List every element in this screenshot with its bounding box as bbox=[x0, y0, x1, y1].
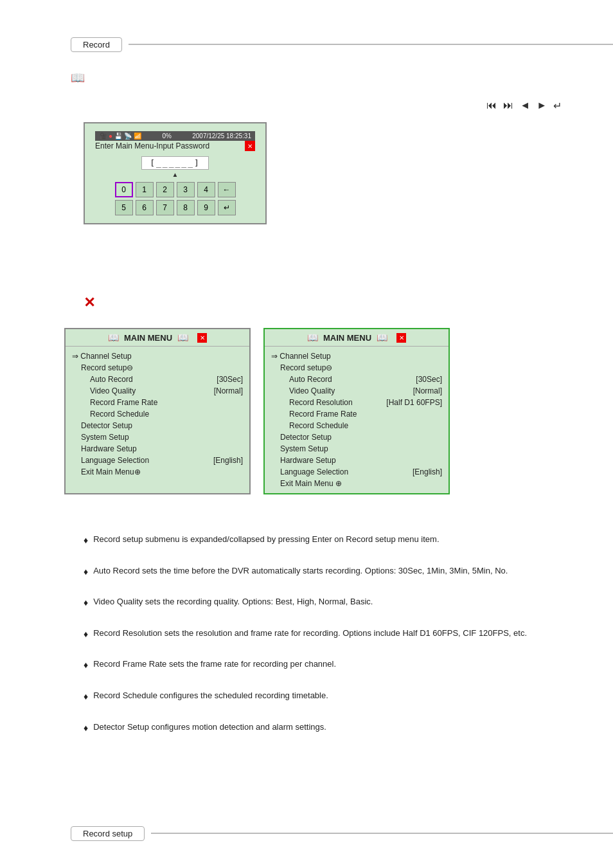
numpad-row-2: 5 6 7 8 9 ↵ bbox=[115, 200, 236, 215]
menu-right-item-language[interactable]: Language Selection [English] bbox=[271, 466, 442, 478]
key-1[interactable]: 1 bbox=[136, 182, 154, 197]
menu-left-item-record-frame-rate[interactable]: Record Frame Rate bbox=[72, 397, 243, 408]
menu-right-item-video-quality[interactable]: Video Quality [Normal] bbox=[271, 385, 442, 397]
bullet-text-2: Auto Record sets the time before the DVR… bbox=[93, 565, 508, 577]
password-input-display: [______] bbox=[141, 156, 209, 170]
password-arrow: ▲ bbox=[95, 171, 255, 178]
top-bar: Record bbox=[0, 35, 613, 53]
menus-section: 📖 MAIN MENU 📖 ✕ ⇒ Channel Setup Record s… bbox=[64, 328, 450, 494]
menu-right-item-auto-record[interactable]: Auto Record [30Sec] bbox=[271, 374, 442, 385]
password-header: Enter Main Menu-Input Password ✕ bbox=[95, 141, 255, 151]
menu-left-book-icon-right: 📖 bbox=[177, 332, 188, 343]
key-9[interactable]: 9 bbox=[197, 200, 215, 215]
password-dialog-wrapper: 🎥 ● 💾 📡 📶 0% 2007/12/25 18:25:31 Enter M… bbox=[84, 122, 267, 224]
menu-left-close-button[interactable]: ✕ bbox=[197, 333, 207, 343]
menu-left-item-auto-record[interactable]: Auto Record [30Sec] bbox=[72, 374, 243, 385]
record-icon: ● bbox=[109, 132, 112, 140]
bullet-text-6: Record Schedule configures the scheduled… bbox=[93, 690, 328, 701]
password-input-row: [______] bbox=[95, 156, 255, 170]
bottom-bar-line bbox=[151, 833, 613, 834]
datetime: 2007/12/25 18:25:31 bbox=[192, 132, 251, 140]
menu-right-content: ⇒ Channel Setup Record setup⊖ Auto Recor… bbox=[265, 347, 449, 493]
bullet-dot-3: ♦ bbox=[84, 597, 88, 610]
menu-left-title-bar: 📖 MAIN MENU 📖 ✕ bbox=[66, 329, 249, 347]
menu-left: 📖 MAIN MENU 📖 ✕ ⇒ Channel Setup Record s… bbox=[64, 328, 251, 494]
menu-right-book-icon-right: 📖 bbox=[377, 332, 387, 343]
menu-left-item-language[interactable]: Language Selection [English] bbox=[72, 455, 243, 466]
menu-left-item-exit[interactable]: Exit Main Menu⊕ bbox=[72, 466, 243, 478]
menu-left-channel-label: ⇒ Channel Setup bbox=[72, 352, 132, 361]
bullet-7: ♦ Detector Setup configures motion detec… bbox=[84, 721, 562, 735]
bullet-dot-4: ♦ bbox=[84, 628, 88, 641]
key-4[interactable]: 4 bbox=[197, 182, 215, 197]
top-bar-line bbox=[129, 44, 613, 45]
bullet-2: ♦ Auto Record sets the time before the D… bbox=[84, 565, 562, 579]
key-5[interactable]: 5 bbox=[115, 200, 133, 215]
key-0[interactable]: 0 bbox=[115, 182, 133, 197]
menu-left-item-record-schedule[interactable]: Record Schedule bbox=[72, 408, 243, 420]
menu-left-item-video-quality[interactable]: Video Quality [Normal] bbox=[72, 385, 243, 397]
key-backspace[interactable]: ← bbox=[218, 182, 236, 197]
key-3[interactable]: 3 bbox=[177, 182, 195, 197]
menu-right-book-icon-left: 📖 bbox=[307, 332, 318, 343]
password-numpad: 0 1 2 3 4 ← 5 6 7 8 9 ↵ bbox=[95, 182, 255, 215]
prev-icon[interactable]: ◄ bbox=[520, 100, 530, 112]
disk-percent: 0% bbox=[162, 132, 171, 140]
menu-left-item-detector[interactable]: Detector Setup bbox=[72, 420, 243, 431]
top-bar-label: Record bbox=[71, 37, 122, 52]
bottom-bar: Record setup bbox=[0, 824, 613, 842]
numpad-row-1: 0 1 2 3 4 ← bbox=[115, 182, 236, 197]
bullet-text-7: Detector Setup configures motion detecti… bbox=[93, 721, 326, 733]
signal-icon: 📡 bbox=[124, 132, 132, 140]
dvr-status-bar: 🎥 ● 💾 📡 📶 0% 2007/12/25 18:25:31 bbox=[95, 131, 255, 141]
menu-right-close-button[interactable]: ✕ bbox=[396, 333, 406, 343]
menu-right-item-record-setup[interactable]: Record setup⊖ bbox=[271, 362, 442, 374]
storage-icon: 💾 bbox=[114, 132, 122, 140]
bullet-1: ♦ Record setup submenu is expanded/colla… bbox=[84, 534, 562, 547]
prev-prev-icon[interactable]: ⏮ bbox=[486, 100, 497, 112]
book-icon: 📖 bbox=[71, 71, 85, 85]
bullet-dot-2: ♦ bbox=[84, 566, 88, 579]
bullet-4: ♦ Record Resolution sets the resolution … bbox=[84, 628, 562, 641]
password-close-button[interactable]: ✕ bbox=[245, 141, 255, 151]
bullet-text-1: Record setup submenu is expanded/collaps… bbox=[93, 534, 439, 545]
menu-right-item-hardware[interactable]: Hardware Setup bbox=[271, 455, 442, 466]
key-2[interactable]: 2 bbox=[156, 182, 174, 197]
bottom-bar-label: Record setup bbox=[71, 826, 145, 841]
bullet-dot-7: ♦ bbox=[84, 722, 88, 735]
next-next-icon[interactable]: ⏭ bbox=[503, 100, 513, 112]
dvr-status-icons: 🎥 ● 💾 📡 📶 bbox=[99, 132, 141, 140]
next-icon[interactable]: ► bbox=[537, 100, 547, 112]
menu-left-book-icon-left: 📖 bbox=[108, 332, 119, 343]
bullet-dot-1: ♦ bbox=[84, 534, 88, 547]
menu-right-item-exit[interactable]: Exit Main Menu ⊕ bbox=[271, 478, 442, 489]
menu-left-item-hardware[interactable]: Hardware Setup bbox=[72, 443, 243, 455]
bullet-5: ♦ Record Frame Rate sets the frame rate … bbox=[84, 658, 562, 672]
menu-right-item-record-frame-rate[interactable]: Record Frame Rate bbox=[271, 408, 442, 420]
menu-left-item-channel[interactable]: ⇒ Channel Setup bbox=[72, 350, 243, 362]
menu-left-title: MAIN MENU bbox=[124, 333, 172, 343]
enter-icon[interactable]: ↵ bbox=[553, 100, 562, 112]
menu-right-item-record-schedule[interactable]: Record Schedule bbox=[271, 420, 442, 431]
key-7[interactable]: 7 bbox=[156, 200, 174, 215]
key-8[interactable]: 8 bbox=[177, 200, 195, 215]
menu-left-item-system[interactable]: System Setup bbox=[72, 431, 243, 443]
red-x-icon[interactable]: ✕ bbox=[84, 294, 95, 311]
bullet-text-4: Record Resolution sets the resolution an… bbox=[93, 628, 527, 639]
menu-left-content: ⇒ Channel Setup Record setup⊖ Auto Recor… bbox=[66, 347, 249, 482]
menu-right-item-detector[interactable]: Detector Setup bbox=[271, 431, 442, 443]
menu-right-item-record-resolution[interactable]: Record Resolution [Half D1 60FPS] bbox=[271, 397, 442, 408]
password-title: Enter Main Menu-Input Password bbox=[95, 141, 209, 150]
menu-right-item-system[interactable]: System Setup bbox=[271, 443, 442, 455]
password-dialog: 🎥 ● 💾 📡 📶 0% 2007/12/25 18:25:31 Enter M… bbox=[84, 122, 267, 224]
bullets-section: ♦ Record setup submenu is expanded/colla… bbox=[84, 534, 562, 752]
key-6[interactable]: 6 bbox=[136, 200, 154, 215]
menu-right-title: MAIN MENU bbox=[323, 333, 371, 343]
camera-icon: 🎥 bbox=[99, 132, 107, 140]
menu-right: 📖 MAIN MENU 📖 ✕ ⇒ Channel Setup Record s… bbox=[263, 328, 450, 494]
bullet-text-3: Video Quality sets the recording quality… bbox=[93, 596, 373, 608]
menu-left-item-record-setup[interactable]: Record setup⊖ bbox=[72, 362, 243, 374]
key-enter[interactable]: ↵ bbox=[218, 200, 236, 215]
menu-right-item-channel[interactable]: ⇒ Channel Setup bbox=[271, 350, 442, 362]
bullet-6: ♦ Record Schedule configures the schedul… bbox=[84, 690, 562, 703]
